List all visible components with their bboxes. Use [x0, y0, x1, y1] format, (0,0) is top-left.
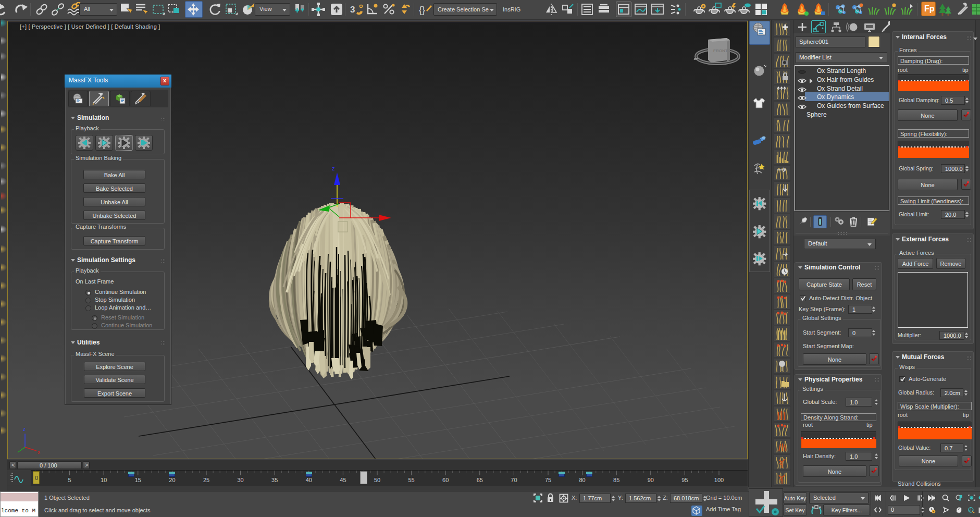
- svg-text:15: 15: [135, 477, 141, 483]
- svg-text:100: 100: [714, 477, 724, 483]
- svg-text:60: 60: [442, 477, 449, 483]
- svg-text:{}: {}: [419, 5, 425, 15]
- svg-text:65: 65: [477, 477, 483, 483]
- svg-text:50: 50: [374, 477, 380, 483]
- svg-text:75: 75: [545, 477, 551, 483]
- svg-text:5: 5: [68, 477, 71, 483]
- svg-text:45: 45: [340, 477, 346, 483]
- svg-text:z: z: [23, 426, 26, 432]
- svg-text:30: 30: [237, 477, 243, 483]
- svg-text:80: 80: [579, 477, 585, 483]
- svg-text:35: 35: [271, 477, 278, 483]
- svg-text:3: 3: [350, 5, 355, 15]
- svg-text:95: 95: [681, 477, 688, 483]
- svg-text:20: 20: [169, 477, 175, 483]
- svg-text:70: 70: [511, 477, 517, 483]
- svg-text:10: 10: [101, 477, 107, 483]
- svg-text:z: z: [332, 165, 335, 171]
- svg-text:90: 90: [648, 477, 654, 483]
- svg-text:40: 40: [306, 477, 312, 483]
- svg-text:25: 25: [203, 477, 209, 483]
- svg-text:x: x: [38, 449, 40, 455]
- svg-text:55: 55: [408, 477, 414, 483]
- svg-text:FRONT: FRONT: [713, 48, 728, 53]
- svg-text:85: 85: [613, 477, 619, 483]
